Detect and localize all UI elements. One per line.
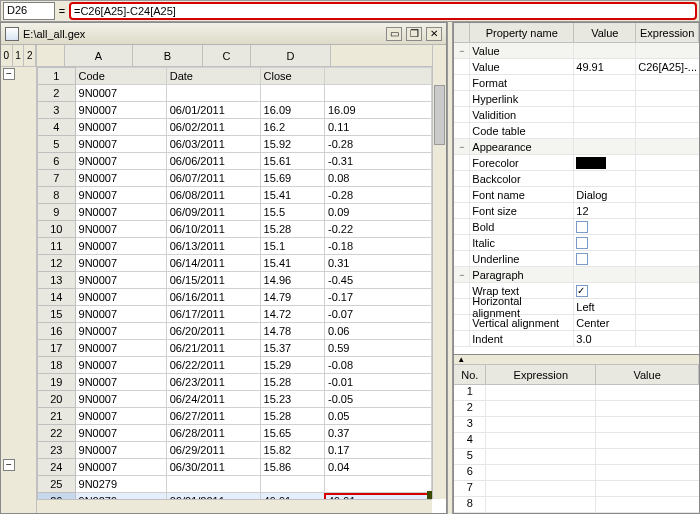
property-row[interactable]: Forecolor — [454, 155, 699, 171]
expr-value[interactable] — [596, 465, 699, 480]
cell[interactable]: 15.65 — [260, 425, 324, 442]
expression-row[interactable]: 6 — [454, 465, 699, 481]
cell[interactable]: -0.22 — [324, 221, 431, 238]
property-expression[interactable] — [636, 267, 699, 282]
cell[interactable]: 9N0007 — [75, 85, 166, 102]
cell[interactable]: 15.23 — [260, 391, 324, 408]
cell[interactable]: 0.09 — [324, 204, 431, 221]
property-expression[interactable] — [636, 203, 699, 218]
row-number[interactable]: 24 — [38, 459, 76, 476]
property-value[interactable]: Center — [574, 315, 636, 330]
property-row[interactable]: Validition — [454, 107, 699, 123]
property-value[interactable] — [574, 91, 636, 106]
cell[interactable]: 06/28/2011 — [166, 425, 260, 442]
row-number[interactable]: 6 — [38, 153, 76, 170]
property-expression[interactable] — [636, 235, 699, 250]
expr-value-header[interactable]: Value — [596, 365, 699, 384]
cell[interactable]: 9N0007 — [75, 170, 166, 187]
property-expression[interactable] — [636, 331, 699, 346]
cell[interactable]: Date — [166, 68, 260, 85]
cell[interactable]: 9N0007 — [75, 357, 166, 374]
expression-row[interactable]: 8 — [454, 497, 699, 513]
cell[interactable]: 0.04 — [324, 459, 431, 476]
property-expression[interactable] — [636, 315, 699, 330]
expression-row[interactable]: 2 — [454, 401, 699, 417]
cell[interactable]: -0.28 — [324, 187, 431, 204]
cell[interactable]: 0.17 — [324, 442, 431, 459]
property-value[interactable] — [574, 43, 636, 58]
cell-grid[interactable]: 1 Code Date Close 29N000739N000706/01/20… — [37, 67, 432, 499]
cell[interactable]: -0.01 — [324, 374, 431, 391]
row-number[interactable]: 14 — [38, 289, 76, 306]
property-row[interactable]: Backcolor — [454, 171, 699, 187]
expr-value[interactable] — [596, 417, 699, 432]
cell[interactable]: 14.72 — [260, 306, 324, 323]
cell[interactable]: 14.79 — [260, 289, 324, 306]
cell[interactable] — [260, 85, 324, 102]
property-expression[interactable]: C26[A25]-... — [636, 59, 699, 74]
cell[interactable]: 9N0007 — [75, 408, 166, 425]
cell[interactable]: 14.96 — [260, 272, 324, 289]
property-value[interactable] — [574, 107, 636, 122]
expr-value[interactable] — [596, 497, 699, 512]
cell[interactable]: -0.31 — [324, 153, 431, 170]
property-row[interactable]: Code table — [454, 123, 699, 139]
property-value[interactable]: Dialog — [574, 187, 636, 202]
property-value[interactable] — [574, 123, 636, 138]
cell[interactable]: 06/06/2011 — [166, 153, 260, 170]
propvalue-header[interactable]: Value — [574, 23, 636, 42]
expression-row[interactable]: 5 — [454, 449, 699, 465]
cell[interactable]: 9N0007 — [75, 340, 166, 357]
checkbox-icon[interactable] — [576, 221, 588, 233]
cell[interactable]: 06/17/2011 — [166, 306, 260, 323]
outline-level-2[interactable]: 2 — [24, 45, 36, 66]
cell[interactable]: 0.05 — [324, 408, 431, 425]
cell[interactable]: 9N0007 — [75, 323, 166, 340]
property-value[interactable] — [574, 75, 636, 90]
property-expression[interactable] — [636, 187, 699, 202]
cell[interactable]: -0.28 — [324, 136, 431, 153]
cell[interactable]: 15.5 — [260, 204, 324, 221]
vertical-scrollbar[interactable] — [432, 45, 446, 499]
row-number[interactable]: 17 — [38, 340, 76, 357]
cell[interactable]: -0.07 — [324, 306, 431, 323]
property-row[interactable]: Vertical alignmentCenter — [454, 315, 699, 331]
cell[interactable]: 9N0007 — [75, 187, 166, 204]
expr-expression[interactable] — [486, 481, 596, 496]
cell[interactable]: 9N0007 — [75, 153, 166, 170]
property-row[interactable]: −Paragraph — [454, 267, 699, 283]
expr-expression-header[interactable]: Expression — [486, 365, 596, 384]
tree-toggle-icon[interactable]: − — [454, 139, 470, 154]
cell[interactable]: 0.11 — [324, 119, 431, 136]
expr-value[interactable] — [596, 401, 699, 416]
expr-expression[interactable] — [486, 497, 596, 512]
scroll-thumb[interactable] — [434, 85, 445, 145]
cell[interactable]: 14.78 — [260, 323, 324, 340]
row-number[interactable]: 13 — [38, 272, 76, 289]
property-expression[interactable] — [636, 299, 699, 314]
property-value[interactable] — [574, 139, 636, 154]
color-swatch[interactable] — [576, 157, 606, 169]
property-value[interactable] — [574, 235, 636, 250]
horizontal-scrollbar[interactable] — [37, 499, 432, 513]
expr-value[interactable] — [596, 449, 699, 464]
cell[interactable]: 06/07/2011 — [166, 170, 260, 187]
cell[interactable]: 15.29 — [260, 357, 324, 374]
outline-level-0[interactable]: 0 — [1, 45, 13, 66]
row-number[interactable]: 4 — [38, 119, 76, 136]
cell[interactable]: 16.09 — [260, 102, 324, 119]
cell[interactable]: 0.31 — [324, 255, 431, 272]
cell[interactable]: 15.61 — [260, 153, 324, 170]
property-row[interactable]: Hyperlink — [454, 91, 699, 107]
corner-cell[interactable] — [37, 45, 65, 66]
cell[interactable] — [166, 476, 260, 493]
cell[interactable]: -0.18 — [324, 238, 431, 255]
expr-value[interactable] — [596, 385, 699, 400]
cell[interactable]: 06/13/2011 — [166, 238, 260, 255]
property-row[interactable]: Value49.91C26[A25]-... — [454, 59, 699, 75]
cell[interactable]: 06/10/2011 — [166, 221, 260, 238]
row-number[interactable]: 7 — [38, 170, 76, 187]
cell[interactable]: 9N0007 — [75, 306, 166, 323]
row-number[interactable]: 8 — [38, 187, 76, 204]
row-number[interactable]: 20 — [38, 391, 76, 408]
